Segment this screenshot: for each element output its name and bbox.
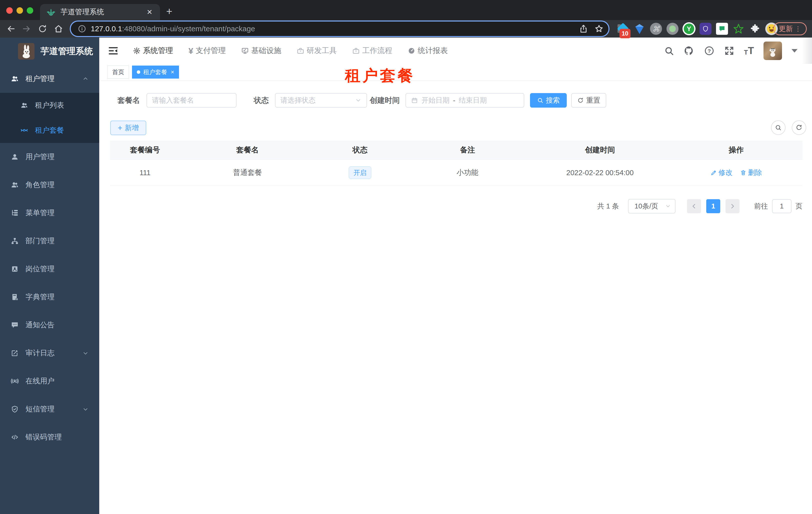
favicon-plant-icon: [47, 7, 56, 17]
edit-link[interactable]: 修改: [710, 168, 732, 178]
extension-puzzle-icon[interactable]: [749, 22, 761, 35]
edit-pen-icon: [710, 169, 717, 176]
search-icon[interactable]: [664, 46, 674, 56]
nav-label: 系统管理: [143, 46, 173, 56]
sidebar-item-online-users[interactable]: 在线用户: [0, 367, 99, 395]
extension-shield-icon[interactable]: [699, 22, 712, 35]
extension-diamond-icon[interactable]: 10: [616, 22, 630, 35]
bookmark-star-icon[interactable]: [594, 24, 604, 33]
nav-item-system[interactable]: 系统管理: [133, 46, 173, 56]
window-minimize-button[interactable]: [17, 7, 23, 14]
status-badge: 开启: [349, 166, 371, 179]
avatar-dropdown-caret-icon[interactable]: [791, 49, 798, 53]
url-text: 127.0.0.1:48080/admin-ui/system/tenant/p…: [91, 25, 573, 33]
sidebar-item-label: 角色管理: [26, 180, 89, 190]
org-tree-icon: [10, 237, 19, 245]
package-name-input[interactable]: [146, 93, 236, 108]
site-info-icon[interactable]: [78, 25, 86, 33]
next-page-button[interactable]: [725, 199, 740, 213]
reload-icon[interactable]: [37, 23, 48, 34]
col-header-actions: 操作: [670, 141, 803, 159]
window-zoom-button[interactable]: [27, 7, 33, 14]
table-header-row: 套餐编号 套餐名 状态 备注 创建时间 操作: [110, 141, 803, 160]
app-title: 芋道管理系统: [40, 45, 93, 57]
sidebar-item-sms-mgmt[interactable]: 短信管理: [0, 395, 99, 423]
fullscreen-icon[interactable]: [724, 46, 734, 56]
nav-item-dev-tools[interactable]: 研发工具: [297, 46, 337, 56]
sidebar-item-tenant-package[interactable]: 租户套餐: [0, 118, 99, 143]
back-icon[interactable]: [5, 23, 17, 34]
prev-page-button[interactable]: [687, 199, 701, 213]
reset-button-label: 重置: [586, 96, 600, 105]
page-title-overlay: 租户套餐: [345, 65, 415, 86]
sidebar-item-tenant-list[interactable]: 租户列表: [0, 93, 99, 118]
sidebar-item-label: 短信管理: [26, 404, 82, 414]
browser-update-button[interactable]: 更新 ⋮: [773, 22, 807, 35]
sidebar-item-post-mgmt[interactable]: 岗位管理: [0, 255, 99, 283]
sidebar-item-user-mgmt[interactable]: 用户管理: [0, 143, 99, 171]
users-icon: [10, 75, 19, 83]
new-tab-button[interactable]: +: [163, 5, 175, 18]
app-header: 系统管理 ¥ 支付管理 基础设施 研发工具: [99, 37, 812, 64]
goto-label: 前往: [754, 201, 768, 211]
sidebar-item-dept-mgmt[interactable]: 部门管理: [0, 227, 99, 255]
sidebar-item-menu-mgmt[interactable]: 菜单管理: [0, 199, 99, 227]
sidebar-item-dict-mgmt[interactable]: 字典管理: [0, 283, 99, 311]
status-select[interactable]: 请选择状态: [275, 93, 367, 108]
goto-page-input[interactable]: [772, 199, 791, 213]
edit-log-icon: [10, 349, 19, 357]
forward-icon[interactable]: [21, 23, 32, 34]
search-button[interactable]: 搜索: [530, 93, 567, 108]
sidebar-collapse-icon[interactable]: [108, 45, 119, 57]
table-search-toggle-icon[interactable]: [771, 120, 785, 135]
font-size-icon[interactable]: TT: [744, 45, 754, 56]
tag-close-icon[interactable]: ×: [171, 69, 174, 76]
add-button[interactable]: + 新增: [110, 120, 146, 135]
sidebar-item-label: 岗位管理: [26, 264, 89, 274]
window-close-button[interactable]: [6, 7, 13, 14]
share-icon[interactable]: [579, 24, 588, 33]
reset-button[interactable]: 重置: [571, 93, 606, 108]
sidebar-item-notice[interactable]: 通知公告: [0, 311, 99, 339]
sidebar-submenu-tenant: 租户列表 租户套餐: [0, 93, 99, 143]
tab-close-icon[interactable]: ✕: [147, 8, 152, 16]
briefcase-icon: [297, 47, 304, 55]
help-icon[interactable]: ?: [704, 46, 715, 56]
tag-tenant-package[interactable]: 租户套餐 ×: [132, 65, 179, 79]
nav-item-workflow[interactable]: 工作流程: [352, 46, 392, 56]
sidebar-item-audit-log[interactable]: 审计日志: [0, 339, 99, 367]
sidebar-logo-row[interactable]: 芋道管理系统: [0, 37, 99, 65]
sidebar-item-label: 错误码管理: [26, 432, 89, 442]
url-bar[interactable]: 127.0.0.1:48080/admin-ui/system/tenant/p…: [71, 22, 609, 36]
sidebar-item-role-mgmt[interactable]: 角色管理: [0, 171, 99, 199]
extension-chat-icon[interactable]: [716, 22, 728, 35]
chevron-up-icon: [82, 76, 89, 82]
extension-y-icon[interactable]: Y: [683, 22, 696, 35]
extension-star-icon[interactable]: [732, 22, 745, 35]
extension-gem-icon[interactable]: [633, 22, 646, 35]
table-refresh-icon[interactable]: [792, 120, 806, 135]
extension-badge: 10: [619, 29, 631, 38]
browser-menu-dots-icon[interactable]: ⋮: [795, 25, 801, 33]
message-icon: [10, 321, 19, 329]
page-size-select[interactable]: 10条/页: [628, 199, 675, 213]
date-range-picker[interactable]: 开始日期 - 结束日期: [406, 93, 524, 108]
browser-tab[interactable]: 芋道管理系统 ✕: [40, 4, 160, 20]
nav-item-infra[interactable]: 基础设施: [241, 46, 281, 56]
sidebar-item-error-code[interactable]: 错误码管理: [0, 423, 99, 451]
page-number-current[interactable]: 1: [706, 199, 720, 213]
url-host: 127.0.0.1: [91, 25, 122, 33]
extension-command-icon[interactable]: ⌘: [649, 22, 663, 35]
user-avatar[interactable]: [763, 42, 782, 60]
github-icon[interactable]: [684, 45, 695, 56]
tag-home[interactable]: 首页: [108, 65, 129, 79]
calendar-icon: [411, 97, 418, 104]
home-icon[interactable]: [53, 23, 64, 34]
nav-item-payment[interactable]: ¥ 支付管理: [188, 46, 226, 56]
sidebar-item-tenant-mgmt[interactable]: 租户管理: [0, 65, 99, 93]
delete-link[interactable]: 删除: [740, 168, 762, 178]
packages-table: 套餐编号 套餐名 状态 备注 创建时间 操作 111 普通套餐 开启 小功能 2…: [110, 141, 803, 186]
nav-item-reports[interactable]: 统计报表: [408, 46, 448, 56]
extension-record-icon[interactable]: [666, 22, 679, 35]
filter-status-label: 状态: [254, 93, 269, 108]
